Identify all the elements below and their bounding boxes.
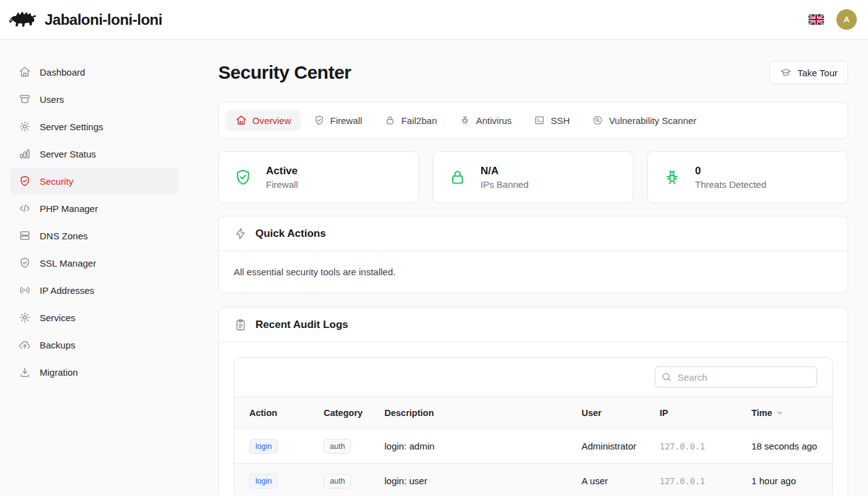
stat-value: 0 <box>695 165 766 177</box>
ip-cell: 127.0.0.1 <box>653 464 745 496</box>
ip-cell: 127.0.0.1 <box>653 429 745 464</box>
sidebar-item-label: Server Status <box>40 149 96 159</box>
tab-vulnerability-scanner[interactable]: Vulnerability Scanner <box>583 110 706 131</box>
stat-value: N/A <box>480 165 529 177</box>
search-icon <box>661 371 672 383</box>
sidebar-item-label: PHP Manager <box>40 203 98 214</box>
sidebar-item-label: DNS Zones <box>40 231 88 241</box>
sidebar: Dashboard Users Server Settings Server S… <box>0 40 188 496</box>
action-badge: login <box>249 474 278 489</box>
sidebar-item-ssl-manager[interactable]: SSL Manager <box>10 249 179 277</box>
ips-banned-card: N/A IPs Banned <box>433 151 634 203</box>
download-icon <box>19 366 31 378</box>
tab-label: Fail2ban <box>401 115 437 126</box>
tab-label: Vulnerability Scanner <box>609 115 696 126</box>
user-avatar[interactable]: A <box>836 9 857 30</box>
bug-icon <box>459 115 471 126</box>
table-row[interactable]: login auth login: user A user 127.0.0.1 … <box>234 464 832 496</box>
search-circle-icon <box>592 115 603 126</box>
sidebar-item-label: Backups <box>40 340 76 350</box>
table-row[interactable]: login auth login: admin Administrator 12… <box>234 429 832 464</box>
bar-chart-icon <box>19 148 31 160</box>
column-header-category[interactable]: Category <box>317 397 378 429</box>
sidebar-item-label: Services <box>40 312 76 323</box>
quick-actions-title: Quick Actions <box>255 228 326 240</box>
shield-check-icon <box>234 168 252 187</box>
stat-label: IPs Banned <box>480 179 529 190</box>
tab-fail2ban[interactable]: Fail2ban <box>375 110 446 131</box>
terminal-icon <box>534 115 545 126</box>
sidebar-item-dns-zones[interactable]: DNS Zones <box>10 222 179 249</box>
tab-label: Firewall <box>330 115 363 126</box>
tab-firewall[interactable]: Firewall <box>304 110 372 131</box>
bug-icon <box>663 168 681 187</box>
column-header-action[interactable]: Action <box>234 397 317 429</box>
stat-label: Threats Detected <box>695 179 766 190</box>
home-icon <box>19 66 31 78</box>
sidebar-item-dashboard[interactable]: Dashboard <box>10 58 179 86</box>
home-icon <box>236 115 247 126</box>
description-cell: login: user <box>378 464 575 496</box>
topbar: Jabaloni-loni-loni A <box>0 0 868 40</box>
graduation-cap-icon <box>780 67 792 79</box>
time-cell: 1 hour ago <box>745 464 832 496</box>
user-cell: A user <box>575 464 653 496</box>
sidebar-item-server-settings[interactable]: Server Settings <box>10 113 179 140</box>
tab-antivirus[interactable]: Antivirus <box>450 110 521 131</box>
tab-label: Overview <box>252 115 291 126</box>
stat-value: Active <box>266 165 298 177</box>
take-tour-button[interactable]: Take Tour <box>769 61 848 84</box>
category-badge: auth <box>324 439 351 454</box>
security-tabs: Overview Firewall Fail2ban Antivirus SSH… <box>218 102 848 139</box>
sidebar-item-label: Users <box>40 94 64 105</box>
lightning-icon <box>234 227 247 241</box>
action-badge: login <box>249 439 278 454</box>
lock-icon <box>448 168 467 187</box>
column-header-description[interactable]: Description <box>378 397 575 429</box>
audit-logs-card: Recent Audit Logs Action <box>218 307 848 496</box>
take-tour-label: Take Tour <box>797 68 838 78</box>
threats-detected-card: 0 Threats Detected <box>647 151 848 203</box>
brand[interactable]: Jabaloni-loni-loni <box>9 9 162 31</box>
server-icon <box>19 229 31 242</box>
lock-icon <box>384 115 396 126</box>
status-cards: Active Firewall N/A IPs Banned 0 Threats… <box>218 151 848 203</box>
category-badge: auth <box>324 474 351 489</box>
sidebar-item-services[interactable]: Services <box>10 304 179 331</box>
description-cell: login: admin <box>378 429 575 464</box>
search-input[interactable] <box>655 366 817 388</box>
shield-check-icon <box>19 257 31 269</box>
gear-icon <box>19 120 31 133</box>
main-content: Security Center Take Tour Overview Firew… <box>188 40 868 496</box>
shield-check-icon <box>314 115 325 126</box>
sidebar-item-ip-addresses[interactable]: IP Addresses <box>10 277 179 304</box>
column-header-time[interactable]: Time <box>745 397 832 429</box>
sidebar-item-migration[interactable]: Migration <box>10 358 179 386</box>
sidebar-item-label: SSL Manager <box>40 258 96 268</box>
tab-overview[interactable]: Overview <box>226 110 301 131</box>
page-title: Security Center <box>218 61 351 84</box>
clipboard-icon <box>234 318 247 332</box>
sidebar-item-users[interactable]: Users <box>10 86 179 113</box>
audit-logs-table-panel: Action Category Description User IP Time <box>234 357 833 496</box>
app-title: Jabaloni-loni-loni <box>45 11 162 29</box>
user-cell: Administrator <box>575 429 653 464</box>
column-header-user[interactable]: User <box>575 397 653 429</box>
code-icon <box>19 202 31 215</box>
tab-label: SSH <box>551 115 570 126</box>
sidebar-item-security[interactable]: Security <box>10 167 179 195</box>
column-header-ip[interactable]: IP <box>653 397 745 429</box>
sidebar-item-php-manager[interactable]: PHP Manager <box>10 195 179 222</box>
sidebar-item-label: Security <box>40 176 73 187</box>
sidebar-item-label: Server Settings <box>40 122 104 132</box>
sidebar-item-label: Dashboard <box>40 67 85 78</box>
quick-actions-message: All essential security tools are install… <box>219 251 848 293</box>
chevron-down-icon <box>776 409 784 417</box>
tab-ssh[interactable]: SSH <box>525 110 579 131</box>
sidebar-item-backups[interactable]: Backups <box>10 331 179 358</box>
cloud-upload-icon <box>19 339 31 351</box>
language-flag-icon[interactable] <box>808 14 824 25</box>
gear-icon <box>19 311 31 324</box>
audit-logs-title: Recent Audit Logs <box>255 319 348 331</box>
sidebar-item-server-status[interactable]: Server Status <box>10 140 179 167</box>
